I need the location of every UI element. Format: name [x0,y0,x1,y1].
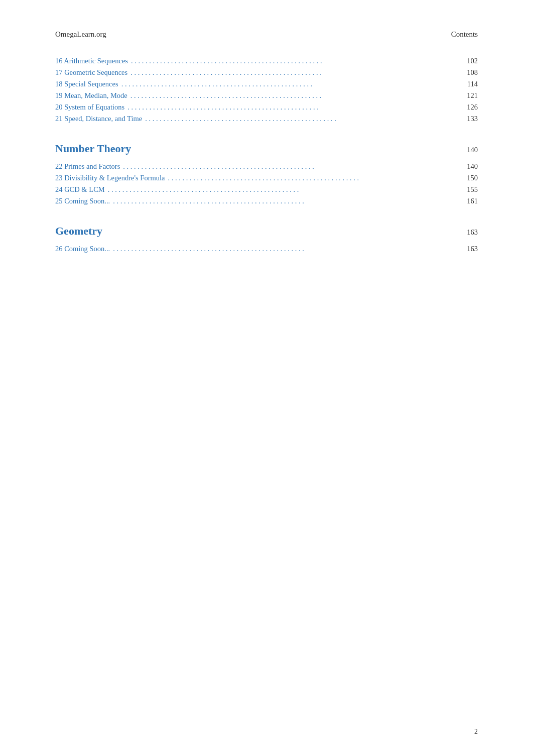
page: OmegaLearn.org Contents 16 Arithmetic Se… [0,0,533,756]
toc-entry: 25 Coming Soon.... . . . . . . . . . . .… [55,197,478,205]
toc-entry-link[interactable]: 21 Speed, Distance, and Time [55,115,142,123]
toc-dots: . . . . . . . . . . . . . . . . . . . . … [145,115,464,123]
section-page-number: 163 [467,228,478,237]
toc-dots: . . . . . . . . . . . . . . . . . . . . … [168,174,464,182]
header-left: OmegaLearn.org [55,30,106,39]
footer-page-number: 2 [474,728,478,736]
header-right: Contents [451,30,478,39]
section-heading: Geometry163 [55,225,478,238]
toc-dots: . . . . . . . . . . . . . . . . . . . . … [108,185,464,194]
toc-entry: 21 Speed, Distance, and Time. . . . . . … [55,115,478,123]
toc-dots: . . . . . . . . . . . . . . . . . . . . … [113,197,464,205]
section-title: Number Theory [55,142,131,155]
toc-entry-link[interactable]: 24 GCD & LCM [55,185,105,194]
toc-entry: 22 Primes and Factors. . . . . . . . . .… [55,162,478,171]
toc-entry-link[interactable]: 17 Geometric Sequences [55,68,127,77]
toc-dots: . . . . . . . . . . . . . . . . . . . . … [130,91,464,100]
toc-entry-link[interactable]: 22 Primes and Factors [55,162,120,171]
toc-entry: 20 System of Equations. . . . . . . . . … [55,103,478,112]
toc-dots: . . . . . . . . . . . . . . . . . . . . … [123,162,464,171]
toc-entry: 26 Coming Soon.... . . . . . . . . . . .… [55,245,478,253]
toc-dots: . . . . . . . . . . . . . . . . . . . . … [113,245,464,253]
toc-entry-page: 133 [467,115,478,123]
toc-dots: . . . . . . . . . . . . . . . . . . . . … [131,57,464,65]
toc-entry: 18 Special Sequences. . . . . . . . . . … [55,80,478,88]
toc-entry-page: 126 [467,103,478,112]
toc-entry-link[interactable]: 19 Mean, Median, Mode [55,91,127,100]
toc-entry-page: 163 [467,245,478,253]
header: OmegaLearn.org Contents [55,30,478,43]
toc-entry-page: 121 [467,91,478,100]
toc-entry-page: 140 [467,162,478,171]
toc-entry-page: 161 [467,197,478,205]
toc-entry-page: 108 [467,68,478,77]
toc-entry-link[interactable]: 26 Coming Soon... [55,245,110,253]
toc-entry: 24 GCD & LCM. . . . . . . . . . . . . . … [55,185,478,194]
toc-entry-link[interactable]: 18 Special Sequences [55,80,118,88]
section-title: Geometry [55,225,102,238]
toc-dots: . . . . . . . . . . . . . . . . . . . . … [127,103,464,112]
toc-entry: 16 Arithmetic Sequences. . . . . . . . .… [55,57,478,65]
toc-entry-link[interactable]: 16 Arithmetic Sequences [55,57,128,65]
toc-entry-link[interactable]: 25 Coming Soon... [55,197,110,205]
toc-entry-link[interactable]: 23 Divisibility & Legendre's Formula [55,174,165,182]
toc-dots: . . . . . . . . . . . . . . . . . . . . … [121,80,464,88]
toc-entry: 17 Geometric Sequences. . . . . . . . . … [55,68,478,77]
toc-entry-page: 155 [467,185,478,194]
section-page-number: 140 [467,146,478,154]
toc-entry-page: 102 [467,57,478,65]
toc-container: 16 Arithmetic Sequences. . . . . . . . .… [55,57,478,253]
toc-entry-page: 114 [467,80,478,88]
toc-dots: . . . . . . . . . . . . . . . . . . . . … [130,68,464,77]
toc-entry-link[interactable]: 20 System of Equations [55,103,124,112]
section-heading: Number Theory140 [55,142,478,155]
toc-entry: 23 Divisibility & Legendre's Formula. . … [55,174,478,182]
toc-entry: 19 Mean, Median, Mode. . . . . . . . . .… [55,91,478,100]
toc-entry-page: 150 [467,174,478,182]
